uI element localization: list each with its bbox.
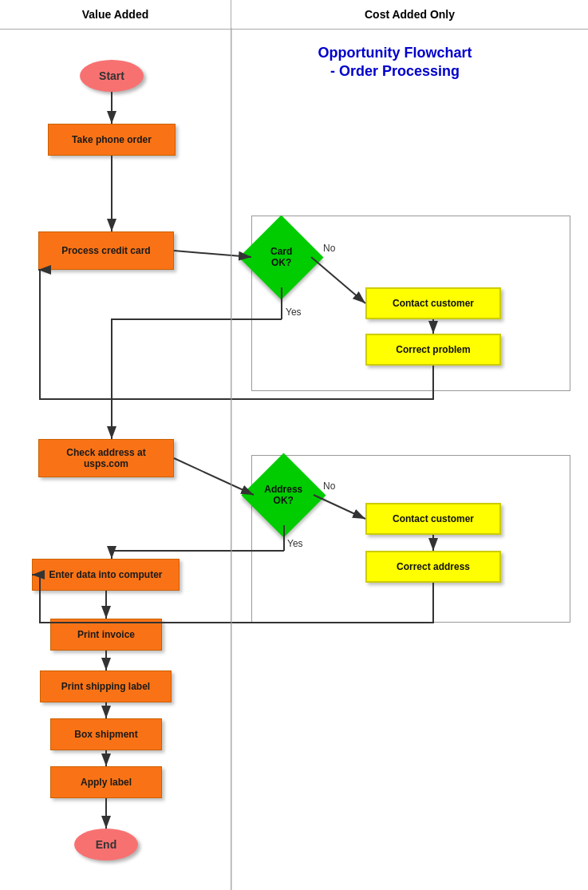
left-header: Value Added [0, 0, 231, 30]
chart-title: Opportunity Flowchart - Order Processing [243, 44, 547, 81]
end-node: End [74, 829, 138, 860]
check-address-node: Check address at usps.com [38, 439, 174, 477]
enter-data-node: Enter data into computer [32, 559, 180, 591]
contact-customer-2-node: Contact customer [365, 503, 501, 535]
correct-address-node: Correct address [365, 551, 501, 583]
process-credit-card-node: Process credit card [38, 231, 174, 270]
apply-label-node: Apply label [50, 766, 162, 798]
start-node: Start [80, 60, 144, 92]
box-shipment-node: Box shipment [50, 718, 162, 750]
right-header: Cost Added Only [231, 0, 588, 30]
print-invoice-node: Print invoice [50, 619, 162, 651]
contact-customer-1-node: Contact customer [365, 287, 501, 319]
print-shipping-node: Print shipping label [40, 670, 172, 702]
take-phone-order-node: Take phone order [48, 124, 176, 156]
right-column: Cost Added Only [231, 0, 588, 890]
correct-problem-node: Correct problem [365, 334, 501, 366]
